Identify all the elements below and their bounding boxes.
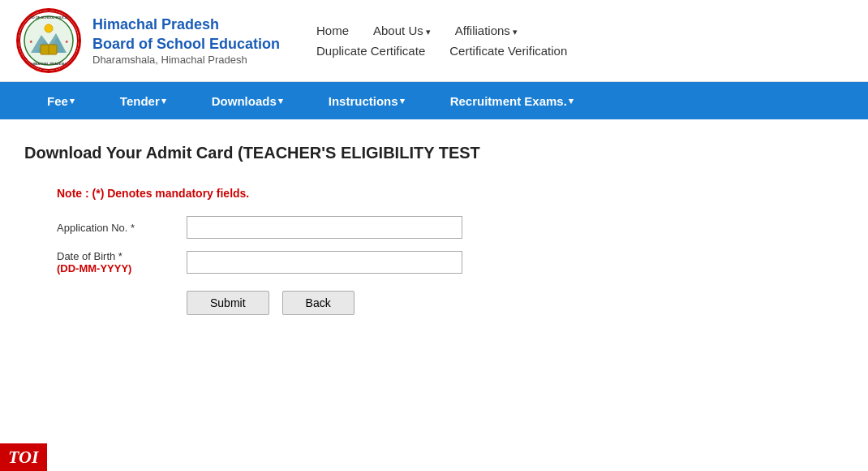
nav-tender[interactable]: Tender <box>97 82 189 119</box>
form-row-dob: Date of Birth * (DD-MM-YYYY) <box>57 250 844 274</box>
nav-recruitment-exams[interactable]: Recruitment Exams. <box>428 82 596 119</box>
application-no-input[interactable] <box>187 216 462 239</box>
form-buttons: Submit Back <box>187 291 844 315</box>
toi-badge: TOI <box>0 443 47 471</box>
header: BOARD OF SCHOOL EDUCATION HIMACHAL PRADE… <box>0 0 868 82</box>
app-no-label-group: Application No. * <box>57 222 187 234</box>
nav-downloads[interactable]: Downloads <box>189 82 306 119</box>
back-button[interactable]: Back <box>282 291 355 315</box>
nav-instructions[interactable]: Instructions <box>306 82 428 119</box>
form-row-app-no: Application No. * <box>57 216 844 239</box>
logo: BOARD OF SCHOOL EDUCATION HIMACHAL PRADE… <box>16 8 81 73</box>
nav-about-us[interactable]: About Us <box>373 24 431 37</box>
org-subtitle: Dharamshala, Himachal Pradesh <box>92 54 280 66</box>
nav-cert-verification[interactable]: Certificate Verification <box>449 44 567 58</box>
admit-card-form: Application No. * Date of Birth * (DD-MM… <box>57 216 844 315</box>
logo-area: BOARD OF SCHOOL EDUCATION HIMACHAL PRADE… <box>16 8 292 73</box>
nav-duplicate-cert[interactable]: Duplicate Certificate <box>316 44 425 58</box>
svg-point-6 <box>45 24 53 32</box>
top-nav-row1: Home About Us Affiliations <box>316 24 567 37</box>
svg-text:BOARD OF SCHOOL EDUCATION: BOARD OF SCHOOL EDUCATION <box>23 15 75 19</box>
dob-format-label: (DD-MM-YYYY) <box>57 262 187 274</box>
org-name-line1: Himachal Pradesh <box>92 15 280 34</box>
nav-home[interactable]: Home <box>316 24 349 37</box>
dob-label-group: Date of Birth * (DD-MM-YYYY) <box>57 250 187 274</box>
dob-label: Date of Birth * <box>57 250 187 262</box>
org-title: Himachal Pradesh Board of School Educati… <box>92 15 280 66</box>
date-of-birth-input[interactable] <box>187 251 462 274</box>
nav-affiliations[interactable]: Affiliations <box>455 24 518 37</box>
nav-fee[interactable]: Fee <box>24 82 97 119</box>
submit-button[interactable]: Submit <box>187 291 269 315</box>
org-name-line2: Board of School Education <box>92 35 280 54</box>
top-nav-row2: Duplicate Certificate Certificate Verifi… <box>316 44 567 58</box>
page-title: Download Your Admit Card (TEACHER'S ELIG… <box>24 144 844 162</box>
blue-nav-bar: Fee Tender Downloads Instructions Recrui… <box>0 82 868 119</box>
top-nav: Home About Us Affiliations Duplicate Cer… <box>316 24 567 58</box>
svg-text:HIMACHAL PRADESH: HIMACHAL PRADESH <box>32 62 66 66</box>
app-no-label: Application No. * <box>57 222 187 234</box>
mandatory-note: Note : (*) Denotes mandatory fields. <box>57 187 844 200</box>
main-content: Download Your Admit Card (TEACHER'S ELIG… <box>0 119 868 331</box>
